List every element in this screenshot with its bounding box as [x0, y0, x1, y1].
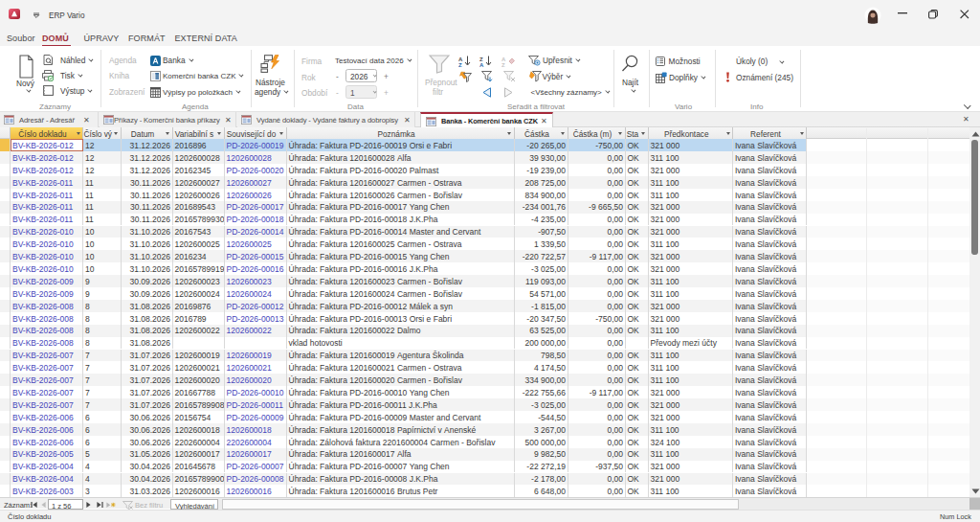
svg-text:Z: Z [458, 62, 462, 67]
svg-text:Z: Z [501, 62, 505, 67]
svg-text:A: A [501, 57, 506, 62]
svg-text:A: A [479, 62, 484, 67]
svg-text:Z: Z [479, 57, 483, 62]
svg-text:A: A [458, 57, 463, 62]
